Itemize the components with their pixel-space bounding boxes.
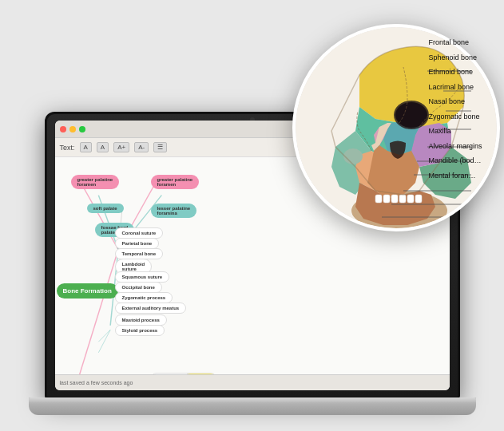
svg-rect-17 [375, 195, 382, 203]
skull-labels-panel: Frontal bone Sphenoid bone Ethmoid bone … [428, 38, 482, 180]
label-zygomatic-text: Zygomatic bone [428, 113, 479, 121]
status-bar: last saved a few seconds ago [55, 374, 450, 390]
skull-label-ethmoid: Ethmoid bone [428, 68, 482, 76]
laptop-base [29, 397, 476, 415]
node-gpf1[interactable]: greater palatineforamen [71, 175, 120, 189]
svg-line-0 [78, 179, 117, 249]
skull-label-maxilla: Maxilla [428, 127, 482, 135]
central-node[interactable]: Bone Formation [57, 283, 118, 299]
label-mandible-text: Mandible (bod… [428, 156, 481, 164]
node-occipital[interactable]: Occipital bone [115, 282, 162, 293]
skull-label-sphenoid: Sphenoid bone [428, 53, 482, 61]
text-label: Text: [60, 144, 75, 152]
skull-label-mental: Mental foran… [428, 172, 482, 180]
node-zygomatic-proc[interactable]: Zygomatic process [115, 292, 173, 303]
node-gpf2[interactable]: greater palatineforamen [151, 175, 200, 189]
svg-point-24 [395, 102, 427, 128]
svg-line-12 [98, 330, 110, 342]
label-mental-text: Mental foran… [428, 172, 475, 180]
scene: × Text: A A A+ A- ☰ [21, 16, 484, 415]
svg-rect-21 [407, 195, 414, 203]
label-nasal-text: Nasal bone [428, 97, 465, 105]
svg-rect-18 [383, 195, 390, 203]
svg-rect-20 [399, 195, 406, 203]
skull-label-nasal: Nasal bone [428, 97, 482, 105]
svg-rect-22 [415, 195, 422, 203]
label-sphenoid-text: Sphenoid bone [428, 53, 477, 61]
node-mastoid[interactable]: Mastoid process [115, 314, 167, 326]
label-ethmoid-text: Ethmoid bone [428, 68, 473, 76]
skull-label-alveolar: Alveolar margins [428, 142, 482, 150]
minimize-dot[interactable] [69, 126, 76, 132]
label-frontal-text: Frontal bone [428, 38, 469, 46]
node-parietal[interactable]: Parietal bone [115, 238, 160, 249]
svg-line-14 [78, 250, 117, 374]
node-ext-auditory[interactable]: External auditory meatus [115, 302, 187, 314]
toolbar-btn-3[interactable]: A+ [113, 142, 129, 152]
node-temporal[interactable]: Temporal bone [115, 248, 164, 259]
skull-label-frontal: Frontal bone [428, 38, 482, 46]
node-styloid[interactable]: Styloid process [115, 325, 165, 336]
svg-rect-19 [391, 195, 398, 203]
status-text: last saved a few seconds ago [60, 380, 133, 386]
svg-line-13 [98, 330, 110, 353]
toolbar-btn-2[interactable]: A [97, 142, 109, 152]
skull-label-zygomatic: Zygomatic bone [428, 113, 482, 121]
skull-label-lacrimal: Lacrimal bone [428, 83, 482, 91]
label-lacrimal-text: Lacrimal bone [428, 83, 474, 91]
node-squamous[interactable]: Squamous suture [115, 271, 170, 283]
toolbar-btn-4[interactable]: A- [134, 142, 149, 152]
node-softpalate[interactable]: soft palate [87, 204, 124, 213]
close-dot[interactable] [60, 126, 66, 132]
svg-point-25 [343, 148, 363, 164]
toolbar-btn-1[interactable]: A [80, 142, 92, 152]
label-alveolar-text: Alveolar margins [428, 142, 482, 150]
toolbar-btn-5[interactable]: ☰ [153, 142, 167, 152]
label-maxilla-text: Maxilla [428, 127, 450, 135]
laptop-base-top [29, 397, 476, 402]
node-lpf[interactable]: lesser palatineforamina [151, 204, 197, 218]
maximize-dot[interactable] [79, 126, 85, 132]
skull-label-mandible: Mandible (bod… [428, 156, 482, 164]
node-coronal[interactable]: Coronal suture [115, 227, 164, 239]
